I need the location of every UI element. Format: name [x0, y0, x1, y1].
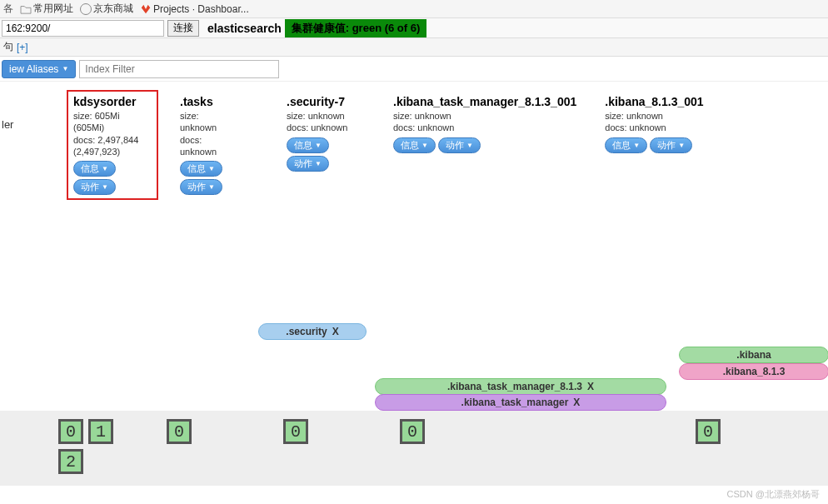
shard-group-kdsysorder: 012 — [58, 419, 125, 474]
close-icon[interactable]: X — [573, 397, 580, 408]
action-button[interactable]: 动作 ▼ — [438, 137, 481, 153]
index-meta: size: 605Mi(605Mi)docs: 2,497,844(2,497,… — [73, 110, 152, 157]
index-card-.security-7[interactable]: .security-7size: unknowndocs: unknown信息 … — [280, 90, 372, 200]
shard-box[interactable]: 1 — [88, 419, 113, 444]
info-button[interactable]: 信息 ▼ — [180, 161, 222, 177]
button-row: 信息 ▼动作 ▼ — [287, 137, 365, 172]
action-button[interactable]: 动作 ▼ — [73, 179, 116, 195]
index-filter-input[interactable] — [79, 60, 279, 78]
button-row: 信息 ▼动作 ▼ — [393, 137, 576, 153]
chevron-down-icon: ▼ — [421, 142, 428, 149]
button-row: 信息 ▼动作 ▼ — [73, 161, 152, 195]
index-name: .tasks — [180, 95, 258, 108]
alias-.kibana_8.1.3[interactable]: .kibana_8.1.3 — [679, 363, 828, 380]
chevron-down-icon: ▼ — [315, 142, 322, 149]
action-button[interactable]: 动作 ▼ — [180, 179, 222, 195]
index-name: .kibana_8.1.3_001 — [605, 95, 703, 108]
alias-label: .kibana_task_manager — [461, 397, 569, 408]
address-bar: 连接 elasticsearch 集群健康值: green (6 of 6) — [0, 18, 828, 38]
bookmark-label: 京东商城 — [93, 2, 133, 16]
close-icon[interactable]: X — [587, 381, 594, 392]
gitlab-icon — [140, 3, 152, 15]
chevron-down-icon: ▼ — [633, 142, 640, 149]
index-name: .kibana_task_manager_8.1.3_001 — [393, 95, 576, 108]
bookmark-jd[interactable]: 京东商城 — [80, 2, 133, 16]
shard-row: 0120000 — [0, 411, 828, 486]
sidebar-label: ler — [2, 118, 13, 131]
view-aliases-dropdown[interactable]: iew Aliases ▼ — [2, 60, 76, 78]
chevron-down-icon: ▼ — [102, 165, 108, 172]
info-button[interactable]: 信息 ▼ — [393, 137, 436, 153]
chevron-down-icon: ▼ — [62, 65, 68, 72]
shard-group-.kibana_8.1.3_001: 0 — [696, 419, 762, 444]
bookmark-label: Projects · Dashboar... — [153, 3, 249, 15]
watermark: CSDN @北漂燕郊杨哥 — [727, 488, 820, 501]
cluster-health-badge: 集群健康值: green (6 of 6) — [285, 19, 427, 37]
info-button[interactable]: 信息 ▼ — [287, 137, 329, 153]
index-meta: size: unknowndocs: unknown — [287, 110, 365, 134]
alias-.kibana_task_manager[interactable]: .kibana_task_managerX — [375, 394, 666, 411]
folder-icon — [20, 4, 32, 14]
chevron-down-icon: ▼ — [315, 160, 322, 167]
alias-.security[interactable]: .securityX — [258, 323, 367, 340]
bookmark-frequent[interactable]: 常用网址 — [20, 2, 73, 16]
chevron-down-icon: ▼ — [208, 165, 215, 172]
action-button[interactable]: 动作 ▼ — [287, 156, 329, 172]
alias-label: .kibana_task_manager_8.1.3 — [447, 381, 582, 392]
browser-bookmarks-bar: 各 常用网址 京东商城 Projects · Dashboar... — [0, 0, 828, 18]
index-name: .security-7 — [287, 95, 365, 108]
action-button[interactable]: 动作 ▼ — [650, 137, 692, 153]
alias-.kibana_task_manager_8.1.3[interactable]: .kibana_task_manager_8.1.3X — [375, 378, 666, 395]
button-row: 信息 ▼动作 ▼ — [180, 161, 258, 195]
close-icon[interactable]: X — [332, 326, 339, 337]
chevron-down-icon: ▼ — [466, 142, 473, 149]
globe-icon — [80, 3, 92, 15]
sub-toolbar: 句 [+] — [0, 38, 828, 57]
chevron-down-icon: ▼ — [208, 183, 215, 191]
alias-label: .kibana_8.1.3 — [723, 366, 786, 377]
shard-group-.kibana_task_manager_8.1.3_001: 0 — [400, 419, 466, 444]
index-meta: size:unknowndocs:unknown — [180, 110, 258, 157]
view-aliases-label: iew Aliases — [9, 63, 58, 75]
index-meta: size: unknowndocs: unknown — [605, 110, 703, 134]
bookmark-label: 常用网址 — [33, 2, 73, 16]
url-input[interactable] — [2, 20, 164, 37]
controls-row: iew Aliases ▼ — [0, 57, 828, 82]
shard-box[interactable]: 0 — [283, 419, 308, 444]
alias-.kibana[interactable]: .kibana — [679, 347, 828, 363]
sub-text: 句 — [3, 40, 13, 54]
chevron-down-icon: ▼ — [678, 142, 685, 149]
index-card-.tasks[interactable]: .taskssize:unknowndocs:unknown信息 ▼动作 ▼ — [173, 90, 265, 200]
shard-group-.tasks: 0 — [167, 419, 233, 444]
chevron-down-icon: ▼ — [102, 183, 108, 191]
shard-box[interactable]: 2 — [58, 449, 83, 474]
button-row: 信息 ▼动作 ▼ — [605, 137, 703, 153]
shard-group-.security-7: 0 — [283, 419, 350, 444]
info-button[interactable]: 信息 ▼ — [73, 161, 116, 177]
index-card-.kibana_task_manager_8.1.3_001[interactable]: .kibana_task_manager_8.1.3_001size: unkn… — [387, 90, 583, 200]
index-card-kdsysorder[interactable]: kdsysordersize: 605Mi(605Mi)docs: 2,497,… — [67, 90, 158, 200]
shard-box[interactable]: 0 — [400, 419, 425, 444]
info-button[interactable]: 信息 ▼ — [605, 137, 647, 153]
index-meta: size: unknowndocs: unknown — [393, 110, 576, 134]
main-area: ler kdsysordersize: 605Mi(605Mi)docs: 2,… — [0, 82, 828, 200]
index-row: kdsysordersize: 605Mi(605Mi)docs: 2,497,… — [0, 90, 828, 200]
index-card-.kibana_8.1.3_001[interactable]: .kibana_8.1.3_001size: unknowndocs: unkn… — [598, 90, 710, 200]
alias-label: .kibana — [736, 349, 771, 361]
index-name: kdsysorder — [73, 95, 152, 108]
alias-label: .security — [286, 326, 327, 337]
shard-box[interactable]: 0 — [58, 419, 83, 444]
shard-box[interactable]: 0 — [167, 419, 192, 444]
bookmark-gitlab[interactable]: Projects · Dashboar... — [140, 3, 249, 15]
add-link[interactable]: [+] — [17, 42, 28, 53]
connect-button[interactable]: 连接 — [167, 20, 199, 37]
app-name: elasticsearch — [207, 22, 282, 35]
shard-box[interactable]: 0 — [696, 419, 721, 444]
toolbar-prefix: 各 — [3, 2, 13, 16]
